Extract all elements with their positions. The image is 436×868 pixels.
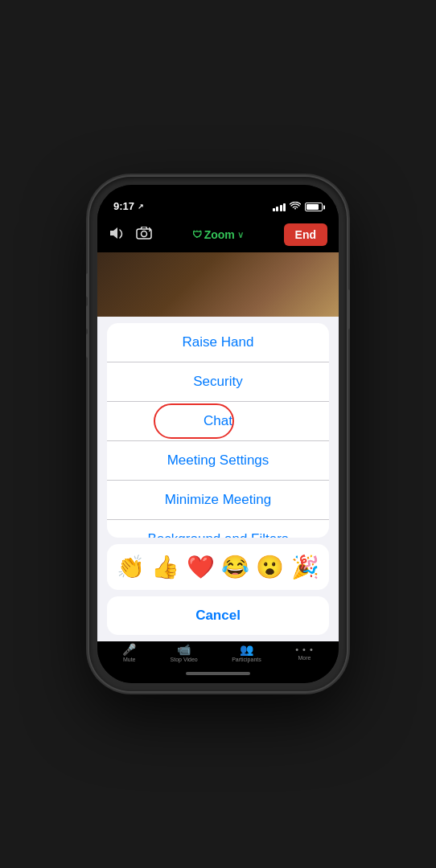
nav-video-label: Stop Video	[171, 657, 198, 662]
emoji-thumbsup[interactable]: 👍	[151, 554, 179, 580]
signal-bar-4	[283, 203, 286, 211]
nav-video[interactable]: 📹 Stop Video	[171, 643, 198, 662]
nav-mute-label: Mute	[123, 657, 136, 662]
shield-icon: 🛡	[192, 229, 202, 240]
top-bar: 🛡 Zoom ∨ End	[97, 217, 339, 252]
security-button[interactable]: Security	[107, 362, 329, 402]
nav-more-label: More	[298, 655, 311, 661]
action-sheet-area: Raise Hand Security Chat Meeting Setting…	[97, 317, 339, 641]
svg-point-2	[142, 231, 147, 236]
minimize-meeting-button[interactable]: Minimize Meeting	[107, 481, 329, 520]
wifi-icon	[290, 202, 301, 212]
bottom-nav: 🎤 Mute 📹 Stop Video 👥 Participants • • •…	[97, 641, 339, 664]
svg-marker-0	[110, 227, 117, 239]
nav-participants-label: Participants	[232, 657, 261, 662]
signal-bar-1	[273, 208, 275, 211]
home-indicator	[97, 664, 339, 683]
mute-icon: 🎤	[122, 643, 136, 656]
raise-hand-button[interactable]: Raise Hand	[107, 323, 329, 362]
home-bar	[186, 672, 250, 675]
background-filters-label: Background and Filters	[148, 531, 289, 538]
emoji-clap[interactable]: 👏	[117, 554, 145, 580]
emoji-row: 👏 👍 ❤️ 😂 😮 🎉	[107, 544, 329, 590]
action-sheet-main: Raise Hand Security Chat Meeting Setting…	[107, 323, 329, 538]
phone-screen: 9:17 ↗	[97, 185, 339, 683]
end-button[interactable]: End	[284, 223, 327, 246]
emoji-party[interactable]: 🎉	[291, 554, 319, 580]
minimize-meeting-label: Minimize Meeting	[165, 492, 271, 507]
notch	[166, 185, 270, 203]
phone-frame: 9:17 ↗	[89, 177, 347, 691]
meeting-settings-label: Meeting Settings	[167, 452, 269, 468]
signal-icon	[273, 203, 286, 211]
meeting-settings-button[interactable]: Meeting Settings	[107, 441, 329, 481]
cancel-label: Cancel	[195, 608, 241, 623]
speaker-button[interactable]	[109, 226, 125, 244]
emoji-laughing[interactable]: 😂	[221, 554, 249, 580]
status-icons	[273, 202, 323, 212]
more-icon: • • •	[295, 645, 314, 654]
participants-icon: 👥	[240, 643, 253, 656]
battery-icon	[305, 203, 323, 211]
top-bar-left	[109, 226, 152, 244]
video-icon: 📹	[177, 643, 191, 656]
chat-button[interactable]: Chat	[107, 402, 329, 441]
signal-bar-2	[276, 207, 278, 211]
location-icon: ↗	[138, 203, 144, 211]
emoji-surprised[interactable]: 😮	[256, 554, 284, 580]
chat-label: Chat	[204, 413, 232, 428]
zoom-label[interactable]: 🛡 Zoom ∨	[192, 228, 244, 241]
nav-more[interactable]: • • • More	[295, 645, 314, 661]
cancel-button[interactable]: Cancel	[107, 596, 329, 635]
nav-mute[interactable]: 🎤 Mute	[122, 643, 136, 662]
status-time: 9:17 ↗	[113, 200, 144, 212]
battery-fill	[306, 204, 319, 210]
chevron-down-icon: ∨	[237, 230, 244, 240]
security-label: Security	[193, 374, 242, 389]
zoom-text: Zoom	[204, 228, 235, 241]
background-filters-button[interactable]: Background and Filters	[107, 520, 329, 538]
time-display: 9:17	[113, 200, 134, 212]
signal-bar-3	[280, 205, 282, 211]
nav-participants[interactable]: 👥 Participants	[232, 643, 261, 662]
emoji-heart[interactable]: ❤️	[187, 554, 215, 580]
raise-hand-label: Raise Hand	[183, 334, 254, 350]
camera-flip-button[interactable]	[136, 227, 152, 244]
video-preview	[97, 252, 339, 317]
